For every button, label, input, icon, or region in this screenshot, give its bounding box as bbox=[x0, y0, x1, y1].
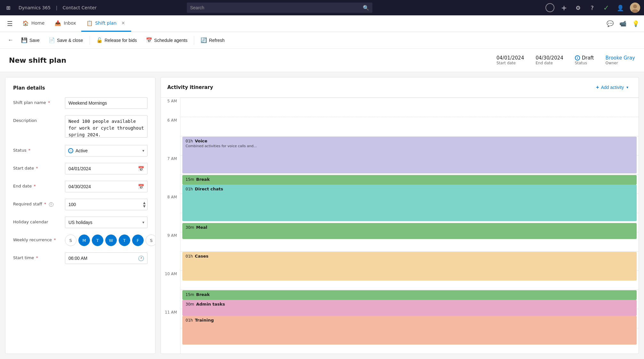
field-end-date: End date * 📅 bbox=[13, 181, 147, 192]
save-close-icon: 📄 bbox=[49, 37, 55, 43]
start-date-label: Start date * bbox=[13, 163, 61, 171]
activity-block-directchats[interactable]: 01h Direct chats bbox=[182, 185, 637, 221]
start-date-input[interactable] bbox=[65, 163, 147, 174]
svg-point-1 bbox=[633, 4, 637, 8]
tab-shift-plan[interactable]: 📋 Shift plan ✕ bbox=[81, 15, 131, 32]
check-circle-icon[interactable]: ✓ bbox=[602, 3, 611, 12]
help-icon[interactable]: ? bbox=[588, 3, 597, 12]
tab-inbox[interactable]: 📥 Inbox bbox=[50, 15, 81, 32]
day-btn-w[interactable]: W bbox=[105, 235, 117, 246]
directchats-header: 01h Direct chats bbox=[186, 187, 633, 191]
plan-end-date: 04/30/2024 End date bbox=[536, 55, 563, 65]
break1-duration: 15m bbox=[186, 177, 194, 182]
start-time-input[interactable] bbox=[65, 252, 147, 264]
start-time-control: 🕐 bbox=[65, 252, 147, 264]
save-button[interactable]: 💾 Save bbox=[17, 35, 44, 45]
circle-icon[interactable] bbox=[545, 3, 554, 12]
gear-icon[interactable]: ⚙ bbox=[574, 3, 583, 12]
search-input[interactable] bbox=[187, 3, 372, 13]
release-bids-button[interactable]: 🔓 Release for bids bbox=[92, 35, 141, 45]
plan-details-panel: Plan details Shift plan name * Descripti… bbox=[5, 77, 155, 354]
end-date-input[interactable] bbox=[65, 181, 147, 192]
day-btn-t1[interactable]: T bbox=[92, 235, 103, 246]
break2-title: Break bbox=[196, 292, 210, 297]
chat-icon[interactable]: 💬 bbox=[604, 18, 616, 29]
tab-close-icon[interactable]: ✕ bbox=[120, 20, 126, 26]
activity-block-break2[interactable]: 15m Break bbox=[182, 290, 637, 300]
field-required-staff: Required staff * i ▲ ▼ bbox=[13, 199, 147, 210]
field-description: Description Need 100 people available fo… bbox=[13, 115, 147, 139]
plan-owner: Brooke Gray Owner bbox=[606, 55, 635, 65]
start-time-label: Start time * bbox=[13, 252, 61, 261]
hour-line-9am bbox=[180, 251, 639, 251]
release-icon: 🔓 bbox=[96, 37, 103, 43]
time-label-5am: 5 AM bbox=[161, 98, 180, 117]
owner-link[interactable]: Brooke Gray bbox=[606, 55, 635, 61]
activity-block-cases[interactable]: 01h Cases bbox=[182, 252, 637, 281]
tabbar: ☰ 🏠 Home 📥 Inbox 📋 Shift plan ✕ 💬 📹 💡 bbox=[0, 15, 644, 32]
activity-panel: Activity itinerary + Add activity ▾ 5 AM… bbox=[161, 77, 639, 354]
field-start-date: Start date * 📅 bbox=[13, 163, 147, 174]
plus-icon[interactable]: + bbox=[560, 3, 568, 12]
refresh-icon: 🔄 bbox=[201, 37, 207, 43]
day-btn-t2[interactable]: T bbox=[119, 235, 130, 246]
chevron-down-icon: ▾ bbox=[626, 85, 628, 90]
app-brand: Dynamics 365 | Contact Center bbox=[17, 5, 99, 10]
day-btn-m[interactable]: M bbox=[78, 235, 90, 246]
activity-block-admintasks[interactable]: 30m Admin tasks bbox=[182, 300, 637, 316]
half-line-530 bbox=[180, 117, 639, 117]
toolbar: ← 💾 Save 📄 Save & close 🔓 Release for bi… bbox=[0, 32, 644, 49]
holiday-calendar-select[interactable]: US holidays bbox=[65, 217, 147, 228]
admintasks-duration: 30m bbox=[186, 302, 194, 307]
plus-icon: + bbox=[596, 84, 599, 90]
training-header: 01h Training bbox=[186, 318, 633, 323]
topbar-actions: + ⚙ ? ✓ 👤 bbox=[545, 3, 640, 13]
refresh-button[interactable]: 🔄 Refresh bbox=[197, 35, 228, 45]
name-input[interactable] bbox=[65, 97, 147, 109]
back-button[interactable]: ← bbox=[5, 35, 16, 45]
status-label: Status * bbox=[13, 145, 61, 153]
training-title: Training bbox=[195, 318, 214, 323]
day-btn-s1[interactable]: S bbox=[65, 235, 76, 246]
plan-status: ℹ Draft Status bbox=[575, 55, 594, 65]
save-close-button[interactable]: 📄 Save & close bbox=[45, 35, 87, 45]
home-icon: 🏠 bbox=[22, 20, 29, 26]
weekly-recurrence-control: S M T W T F S bbox=[65, 235, 155, 246]
grid-icon[interactable]: ⊞ bbox=[4, 3, 13, 12]
voice-title: Voice bbox=[195, 139, 207, 143]
activity-block-voice[interactable]: 01h Voice Combined activities for voice … bbox=[182, 137, 637, 173]
activity-title: Activity itinerary bbox=[167, 84, 213, 90]
add-activity-button[interactable]: + Add activity ▾ bbox=[592, 83, 632, 92]
day-btn-s2[interactable]: S bbox=[146, 235, 155, 246]
search-icon: 🔍 bbox=[363, 5, 369, 11]
info-icon[interactable]: i bbox=[49, 202, 53, 207]
day-buttons: S M T W T F S bbox=[65, 235, 155, 246]
video-icon[interactable]: 📹 bbox=[617, 18, 629, 29]
hamburger-icon[interactable]: ☰ bbox=[3, 15, 17, 32]
activity-block-meal[interactable]: 30m Meal bbox=[182, 223, 637, 239]
schedule-agents-button[interactable]: 📅 Schedule agents bbox=[142, 35, 191, 45]
avatar-icon[interactable] bbox=[630, 3, 640, 13]
person-icon[interactable]: 👤 bbox=[616, 3, 625, 12]
activity-block-training[interactable]: 01h Training bbox=[182, 316, 637, 345]
day-btn-f[interactable]: F bbox=[132, 235, 144, 246]
time-label-7am: 7 AM bbox=[161, 155, 180, 194]
voice-duration: 01h bbox=[186, 139, 193, 143]
meal-header: 30m Meal bbox=[186, 225, 633, 230]
tab-home[interactable]: 🏠 Home bbox=[17, 15, 50, 32]
activity-block-break1[interactable]: 15m Break bbox=[182, 175, 637, 185]
lightbulb-icon[interactable]: 💡 bbox=[630, 18, 641, 29]
description-input[interactable]: Need 100 people available for work or cy… bbox=[65, 115, 147, 138]
field-start-time: Start time * 🕐 bbox=[13, 252, 147, 264]
cases-header: 01h Cases bbox=[186, 254, 633, 259]
stepper-down-icon[interactable]: ▼ bbox=[142, 205, 146, 208]
start-date-control: 📅 bbox=[65, 163, 147, 174]
hour-line-7am bbox=[180, 174, 639, 175]
stepper-up-icon[interactable]: ▲ bbox=[142, 201, 146, 204]
required-staff-input[interactable] bbox=[65, 199, 147, 210]
time-label-11am: 11 AM bbox=[161, 309, 180, 347]
plan-title: New shift plan bbox=[9, 56, 497, 64]
status-select[interactable]: Active Draft Inactive bbox=[65, 145, 147, 156]
time-label-9am: 9 AM bbox=[161, 232, 180, 270]
admintasks-header: 30m Admin tasks bbox=[186, 302, 633, 307]
